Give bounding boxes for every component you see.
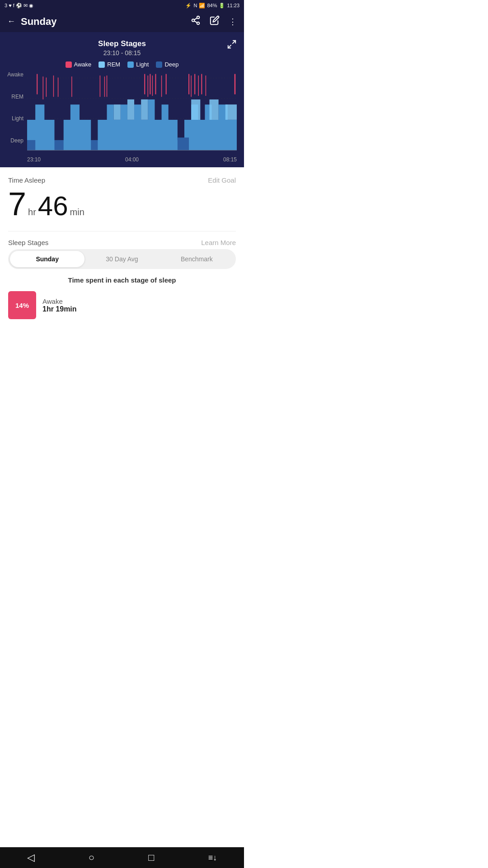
page-header: ← Sunday ⋮: [0, 11, 244, 32]
edit-goal-link[interactable]: Edit Goal: [208, 176, 236, 184]
divider: [8, 231, 236, 231]
status-right: ⚡ N 📶 84% 🔋 11:23: [185, 3, 239, 9]
time-asleep-label: Time Asleep: [8, 176, 45, 184]
tab-30day[interactable]: 30 Day Avg: [84, 251, 159, 267]
chart-svg: [27, 71, 237, 155]
svg-line-4: [194, 18, 197, 20]
battery-icon: 🔋: [219, 3, 225, 9]
stage-subtitle: Time spent in each stage of sleep: [8, 276, 236, 284]
expand-button[interactable]: [227, 39, 237, 52]
awake-duration: 1hr 19min: [42, 305, 77, 313]
stage-row-awake: 14% Awake 1hr 19min: [8, 291, 236, 319]
awake-info: Awake 1hr 19min: [42, 297, 77, 313]
battery-level: 84%: [207, 3, 217, 8]
chart-area: Awake REM Light Deep: [7, 71, 237, 155]
sleep-min-unit: min: [70, 207, 84, 217]
main-content: Time Asleep Edit Goal 7 hr 46 min Sleep …: [0, 167, 244, 335]
legend-light: Light: [127, 61, 149, 68]
awake-percent: 14%: [15, 302, 29, 309]
learn-more-link[interactable]: Learn More: [201, 239, 236, 246]
sleep-stages-header: Sleep Stages Learn More: [8, 239, 236, 246]
time-asleep-header: Time Asleep Edit Goal: [8, 176, 236, 184]
share-icon[interactable]: [191, 15, 201, 28]
chart-x-labels: 23:10 04:00 08:15: [7, 155, 237, 163]
status-notifications: 3 ♥ f ⚽ ✉ ◉: [5, 3, 33, 9]
sleep-time-display: 7 hr 46 min: [8, 188, 236, 220]
svg-line-3: [194, 21, 197, 23]
wifi-icon: 📶: [199, 3, 205, 9]
chart-time-range: 23:10 - 08:15: [7, 49, 237, 57]
legend-awake: Awake: [66, 61, 92, 68]
svg-line-6: [228, 45, 231, 48]
more-icon[interactable]: ⋮: [229, 17, 237, 27]
page-title: Sunday: [21, 16, 185, 28]
chart-y-labels: Awake REM Light Deep: [7, 71, 27, 153]
nfc-icon: N: [193, 3, 197, 8]
header-actions: ⋮: [191, 15, 237, 28]
status-bar: 3 ♥ f ⚽ ✉ ◉ ⚡ N 📶 84% 🔋 11:23: [0, 0, 244, 11]
sleep-mins: 46: [38, 193, 68, 220]
legend-rem: REM: [99, 61, 120, 68]
svg-line-5: [233, 41, 235, 43]
bluetooth-icon: ⚡: [185, 3, 192, 9]
legend-deep: Deep: [156, 61, 178, 68]
sleep-hr-unit: hr: [28, 207, 36, 217]
status-left: 3 ♥ f ⚽ ✉ ◉: [5, 3, 33, 9]
back-button[interactable]: ←: [7, 17, 15, 26]
chart-title: Sleep Stages: [7, 39, 237, 48]
sleep-stages-label: Sleep Stages: [8, 239, 48, 246]
tab-benchmark[interactable]: Benchmark: [160, 251, 234, 267]
chart-legend: Awake REM Light Deep: [7, 61, 237, 68]
edit-icon[interactable]: [210, 15, 220, 28]
chart-section: Sleep Stages 23:10 - 08:15 Awake REM Lig…: [0, 32, 244, 167]
sleep-tabs: Sunday 30 Day Avg Benchmark: [8, 249, 236, 269]
tab-sunday[interactable]: Sunday: [10, 251, 84, 267]
sleep-hours: 7: [8, 188, 26, 220]
awake-label: Awake: [42, 297, 77, 305]
awake-bar: 14%: [8, 291, 36, 319]
clock: 11:23: [227, 3, 239, 8]
